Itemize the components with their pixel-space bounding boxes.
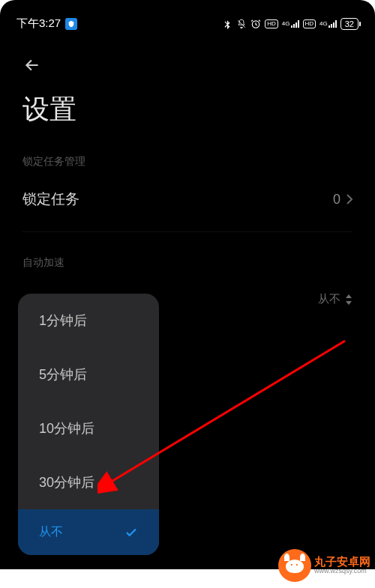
popup-option-10min[interactable]: 10分钟后 [18,401,159,455]
sort-icon [345,294,352,305]
hd-badge-2: HD [303,19,316,28]
status-left: 下午3:27 [16,16,77,31]
autospeed-trigger-label: 从不 [318,292,352,306]
popup-option-30min[interactable]: 30分钟后 [18,455,159,509]
section-header-locktask: 锁定任务管理 [0,149,375,179]
status-right: HD 4G HD 4G 32 [222,18,358,30]
bluetooth-icon [222,19,232,29]
signal-2: 4G [320,20,337,28]
popup-option-never[interactable]: 从不 [18,509,159,555]
section-header-autospeed: 自动加速 [0,250,375,280]
battery-indicator: 32 [340,18,358,30]
page-title: 设置 [0,85,375,149]
time-select-popup: 1分钟后 5分钟后 10分钟后 30分钟后 从不 [18,294,159,555]
watermark-logo-icon [278,549,311,582]
popup-option-5min[interactable]: 5分钟后 [18,348,159,401]
chevron-right-icon [346,194,352,204]
phone-screen: 下午3:27 HD 4G HD 4G 32 [0,0,375,569]
lock-task-label: 锁定任务 [22,190,80,209]
lock-task-value: 0 [333,192,352,207]
watermark-name: 丸子安卓网 [314,556,370,569]
check-icon [124,526,138,539]
shield-icon [65,18,77,30]
status-time: 下午3:27 [16,16,61,31]
popup-option-1min[interactable]: 1分钟后 [18,294,159,348]
dnd-icon [236,19,247,29]
divider [22,231,352,232]
watermark: 丸子安卓网 www.wzsqsy.com [278,549,370,582]
lock-task-row[interactable]: 锁定任务 0 [0,179,375,231]
status-bar: 下午3:27 HD 4G HD 4G 32 [0,0,375,42]
back-button[interactable] [0,42,375,85]
hd-badge-1: HD [265,19,278,28]
alarm-icon [250,19,261,29]
arrow-left-icon [22,55,42,75]
watermark-url: www.wzsqsy.com [314,568,370,575]
signal-1: 4G [282,20,299,28]
